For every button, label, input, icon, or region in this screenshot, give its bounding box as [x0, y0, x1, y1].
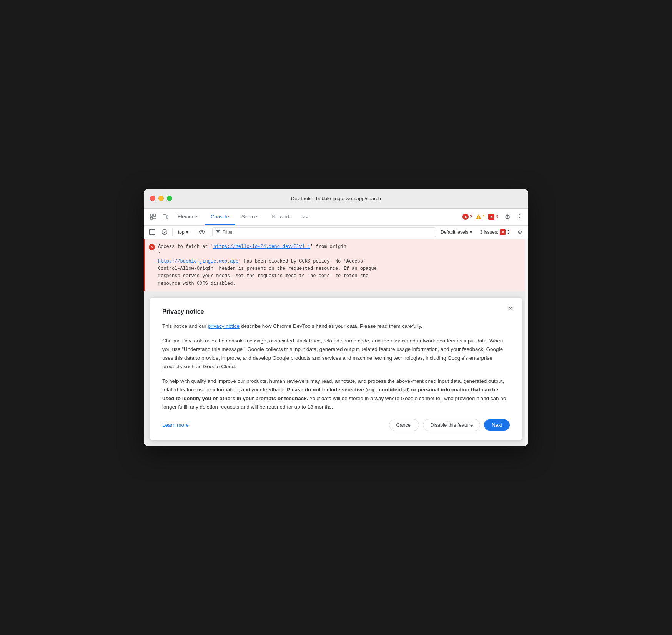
filter-icon	[216, 230, 220, 234]
svg-rect-2	[150, 217, 153, 219]
eye-icon[interactable]	[196, 227, 207, 238]
devtools-window: DevTools - bubble-jingle.web.app/search	[144, 189, 528, 447]
fetch-url-link[interactable]: https://hello-io-24.deno.dev/?lvl=1	[213, 244, 310, 249]
clear-console-icon[interactable]	[159, 227, 170, 238]
dialog-body: This notice and our privacy notice descr…	[162, 322, 510, 411]
tabs-bar: Elements Console Sources Network >> ✕ 2	[144, 209, 528, 226]
svg-rect-0	[150, 214, 153, 216]
scrollbar[interactable]	[525, 239, 528, 447]
privacy-dialog-overlay: × Privacy notice This notice and our pri…	[144, 291, 528, 446]
filter-bar	[212, 227, 436, 237]
tab-console[interactable]: Console	[205, 208, 235, 225]
errors-badge[interactable]: ✕ 2	[462, 214, 472, 220]
issues-count-badge[interactable]: 3 Issues: ✕ 3	[477, 229, 513, 236]
tabs-right: ✕ 2 ! 1 ✕ 3 ⚙ ⋮	[462, 211, 525, 222]
device-toolbar-icon[interactable]	[159, 211, 171, 223]
dialog-paragraph-3: To help with quality and improve our pro…	[162, 377, 510, 411]
devtools-panel: Elements Console Sources Network >> ✕ 2	[144, 209, 528, 447]
dropdown-arrow-icon: ▾	[186, 229, 188, 235]
error-message: ✕ Access to fetch at 'https://hello-io-2…	[144, 239, 528, 291]
dialog-paragraph-1: This notice and our privacy notice descr…	[162, 322, 510, 331]
tab-sources[interactable]: Sources	[235, 208, 266, 225]
next-button[interactable]: Next	[484, 419, 510, 431]
origin-link[interactable]: https://bubble-jingle.web.app	[158, 259, 238, 264]
warnings-badge[interactable]: ! 1	[476, 214, 486, 219]
tab-elements[interactable]: Elements	[171, 208, 205, 225]
privacy-dialog: × Privacy notice This notice and our pri…	[150, 298, 522, 440]
warning-icon: !	[476, 214, 482, 219]
error-message-icon: ✕	[149, 244, 155, 288]
svg-rect-1	[153, 214, 156, 216]
svg-text:!: !	[478, 216, 479, 219]
error-icon: ✕	[462, 214, 469, 220]
inspect-icon[interactable]	[147, 211, 159, 223]
issues-icon: ✕	[488, 214, 494, 220]
disable-feature-button[interactable]: Disable this feature	[423, 419, 480, 431]
traffic-lights	[150, 196, 172, 201]
toolbar-separator-2	[194, 228, 194, 236]
svg-line-11	[163, 231, 166, 234]
issues-badge-icon: ✕	[500, 229, 506, 235]
window-title: DevTools - bubble-jingle.web.app/search	[291, 196, 381, 201]
cancel-button[interactable]: Cancel	[389, 419, 419, 431]
dialog-buttons: Cancel Disable this feature Next	[389, 419, 510, 431]
error-message-text: Access to fetch at 'https://hello-io-24.…	[158, 243, 528, 288]
svg-rect-4	[163, 214, 166, 219]
settings-icon[interactable]: ⚙	[502, 211, 513, 222]
main-content-area: ✕ Access to fetch at 'https://hello-io-2…	[144, 239, 528, 447]
close-button[interactable]	[150, 196, 155, 201]
levels-dropdown-arrow-icon: ▾	[470, 229, 472, 235]
sidebar-toggle-icon[interactable]	[147, 227, 158, 238]
svg-rect-5	[166, 216, 168, 218]
filter-input[interactable]	[223, 229, 433, 235]
toolbar-separator-3	[210, 228, 210, 236]
toolbar-separator-1	[172, 228, 173, 236]
dialog-footer: Learn more Cancel Disable this feature N…	[162, 419, 510, 431]
dialog-title: Privacy notice	[162, 308, 510, 315]
console-toolbar: top ▾ Default levels ▾	[144, 226, 528, 239]
console-settings-icon[interactable]: ⚙	[514, 227, 525, 238]
minimize-button[interactable]	[158, 196, 164, 201]
titlebar: DevTools - bubble-jingle.web.app/search	[144, 189, 528, 209]
tab-more[interactable]: >>	[296, 208, 314, 225]
dialog-paragraph-2: Chrome DevTools uses the console message…	[162, 337, 510, 371]
dialog-close-button[interactable]: ×	[505, 303, 516, 314]
levels-dropdown[interactable]: Default levels ▾	[437, 228, 475, 236]
svg-marker-13	[216, 230, 220, 234]
tab-network[interactable]: Network	[266, 208, 297, 225]
issues-tab-badge[interactable]: ✕ 3	[488, 214, 498, 220]
learn-more-link[interactable]: Learn more	[162, 422, 189, 428]
svg-point-12	[201, 231, 202, 233]
privacy-notice-link[interactable]: privacy notice	[208, 323, 240, 329]
context-selector[interactable]: top ▾	[175, 228, 191, 236]
svg-rect-8	[150, 230, 155, 235]
maximize-button[interactable]	[167, 196, 172, 201]
more-options-icon[interactable]: ⋮	[514, 211, 525, 222]
